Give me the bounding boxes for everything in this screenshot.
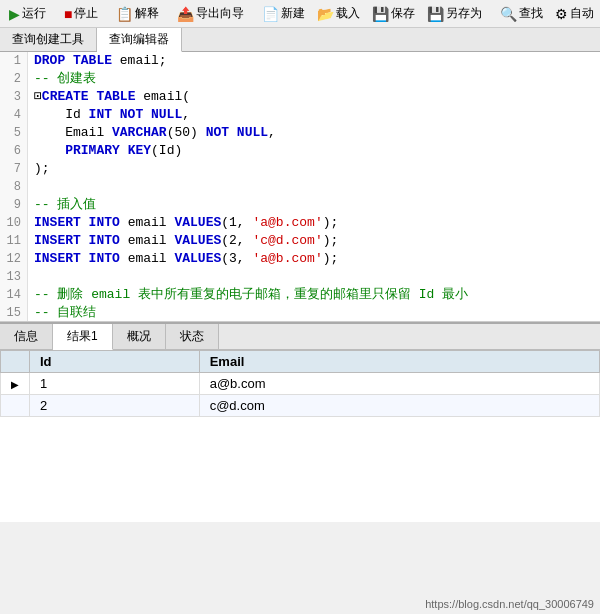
- save-button[interactable]: 💾 保存: [367, 3, 420, 24]
- editor-tabs: 查询创建工具 查询编辑器: [0, 28, 600, 52]
- line-content: );: [28, 160, 50, 178]
- auto-button[interactable]: ⚙ 自动: [550, 3, 599, 24]
- save-as-label: 另存为: [446, 5, 482, 22]
- editor-line: 5 Email VARCHAR(50) NOT NULL,: [0, 124, 600, 142]
- row-email: a@b.com: [199, 373, 599, 395]
- line-content: ⊡CREATE TABLE email(: [28, 88, 190, 106]
- editor-line: 12 INSERT INTO email VALUES(3, 'a@b.com'…: [0, 250, 600, 268]
- row-email: c@d.com: [199, 395, 599, 417]
- line-number: 9: [0, 196, 28, 214]
- line-content: -- 插入值: [28, 196, 96, 214]
- line-number: 8: [0, 178, 28, 196]
- editor-line: 13: [0, 268, 600, 286]
- line-content: [28, 268, 42, 286]
- tab-query-editor-label: 查询编辑器: [109, 31, 169, 48]
- line-number: 11: [0, 232, 28, 250]
- editor-line: 14 -- 删除 email 表中所有重复的电子邮箱，重复的邮箱里只保留 Id …: [0, 286, 600, 304]
- find-icon: 🔍: [500, 6, 517, 22]
- explain-button[interactable]: 📋 解释: [111, 3, 164, 24]
- col-email-header: Email: [199, 351, 599, 373]
- watermark: https://blog.csdn.net/qq_30006749: [425, 598, 594, 610]
- stop-label: 停止: [74, 5, 98, 22]
- new-button[interactable]: 📄 新建: [257, 3, 310, 24]
- tab-query-builder[interactable]: 查询创建工具: [0, 28, 97, 51]
- save-as-button[interactable]: 💾 另存为: [422, 3, 487, 24]
- line-number: 10: [0, 214, 28, 232]
- line-number: 12: [0, 250, 28, 268]
- row-id: 2: [30, 395, 200, 417]
- explain-icon: 📋: [116, 6, 133, 22]
- run-button[interactable]: ▶ 运行: [4, 3, 51, 24]
- stop-button[interactable]: ■ 停止: [59, 3, 103, 24]
- tab-query-builder-label: 查询创建工具: [12, 31, 84, 48]
- line-number: 4: [0, 106, 28, 124]
- line-content: -- 删除 email 表中所有重复的电子邮箱，重复的邮箱里只保留 Id 最小: [28, 286, 468, 304]
- new-icon: 📄: [262, 6, 279, 22]
- export-label: 导出向导: [196, 5, 244, 22]
- line-content: Id INT NOT NULL,: [28, 106, 190, 124]
- editor-line: 6 PRIMARY KEY(Id): [0, 142, 600, 160]
- editor-line: 1 DROP TABLE email;: [0, 52, 600, 70]
- line-number: 13: [0, 268, 28, 286]
- line-content: INSERT INTO email VALUES(3, 'a@b.com');: [28, 250, 338, 268]
- tab-overview[interactable]: 概况: [113, 324, 166, 349]
- editor-line: 11 INSERT INTO email VALUES(2, 'c@d.com'…: [0, 232, 600, 250]
- line-number: 5: [0, 124, 28, 142]
- tab-status[interactable]: 状态: [166, 324, 219, 349]
- sql-editor[interactable]: 1 DROP TABLE email; 2 -- 创建表 3 ⊡CREATE T…: [0, 52, 600, 322]
- line-number: 3: [0, 88, 28, 106]
- line-content: -- 创建表: [28, 70, 96, 88]
- col-arrow-header: [1, 351, 30, 373]
- find-label: 查找: [519, 5, 543, 22]
- auto-icon: ⚙: [555, 6, 568, 22]
- load-icon: 📂: [317, 6, 334, 22]
- export-wizard-button[interactable]: 📤 导出向导: [172, 3, 249, 24]
- line-number: 2: [0, 70, 28, 88]
- tab-info[interactable]: 信息: [0, 324, 53, 349]
- result-table: Id Email ▶ 1 a@b.com 2 c@d.com: [0, 350, 600, 417]
- line-content: INSERT INTO email VALUES(2, 'c@d.com');: [28, 232, 338, 250]
- tab-info-label: 信息: [14, 328, 38, 345]
- editor-line: 7 );: [0, 160, 600, 178]
- line-number: 14: [0, 286, 28, 304]
- col-id-header: Id: [30, 351, 200, 373]
- line-number: 1: [0, 52, 28, 70]
- load-button[interactable]: 📂 载入: [312, 3, 365, 24]
- table-row[interactable]: ▶ 1 a@b.com: [1, 373, 600, 395]
- tab-result1-label: 结果1: [67, 328, 98, 345]
- stop-icon: ■: [64, 6, 72, 22]
- row-arrow: [1, 395, 30, 417]
- tab-status-label: 状态: [180, 328, 204, 345]
- save-label: 保存: [391, 5, 415, 22]
- line-number: 6: [0, 142, 28, 160]
- editor-line: 10 INSERT INTO email VALUES(1, 'a@b.com'…: [0, 214, 600, 232]
- result-area: Id Email ▶ 1 a@b.com 2 c@d.com: [0, 350, 600, 522]
- editor-line: 15 -- 自联结: [0, 304, 600, 322]
- run-icon: ▶: [9, 6, 20, 22]
- table-row[interactable]: 2 c@d.com: [1, 395, 600, 417]
- load-label: 载入: [336, 5, 360, 22]
- toolbar: ▶ 运行 ■ 停止 📋 解释 📤 导出向导 📄 新建 📂 载入 💾 保存 💾 另…: [0, 0, 600, 28]
- editor-line: 4 Id INT NOT NULL,: [0, 106, 600, 124]
- line-content: DROP TABLE email;: [28, 52, 167, 70]
- panel-tabs: 信息 结果1 概况 状态: [0, 324, 600, 350]
- explain-label: 解释: [135, 5, 159, 22]
- line-content: -- 自联结: [28, 304, 96, 322]
- run-label: 运行: [22, 5, 46, 22]
- save-icon: 💾: [372, 6, 389, 22]
- save-as-icon: 💾: [427, 6, 444, 22]
- line-content: [28, 178, 42, 196]
- bottom-panel: 信息 结果1 概况 状态 Id Email ▶ 1 a: [0, 322, 600, 522]
- line-content: Email VARCHAR(50) NOT NULL,: [28, 124, 276, 142]
- auto-label: 自动: [570, 5, 594, 22]
- line-content: PRIMARY KEY(Id): [28, 142, 182, 160]
- row-arrow: ▶: [1, 373, 30, 395]
- new-label: 新建: [281, 5, 305, 22]
- line-content: INSERT INTO email VALUES(1, 'a@b.com');: [28, 214, 338, 232]
- line-number: 7: [0, 160, 28, 178]
- find-button[interactable]: 🔍 查找: [495, 3, 548, 24]
- editor-line: 3 ⊡CREATE TABLE email(: [0, 88, 600, 106]
- tab-result1[interactable]: 结果1: [53, 324, 113, 350]
- tab-overview-label: 概况: [127, 328, 151, 345]
- tab-query-editor[interactable]: 查询编辑器: [97, 28, 182, 52]
